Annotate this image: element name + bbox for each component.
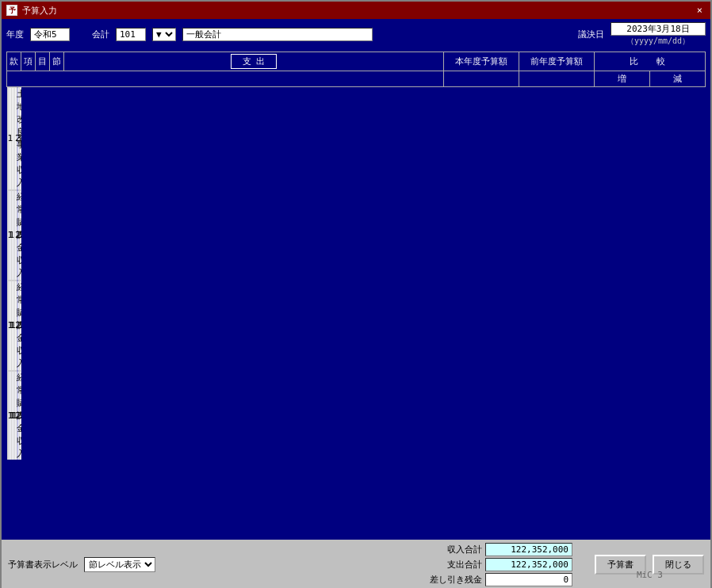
nendo-input[interactable] bbox=[30, 28, 70, 41]
shiDe-box: 支 出 bbox=[231, 54, 278, 69]
col-moku: 目 bbox=[36, 52, 50, 71]
nyukin-input[interactable] bbox=[485, 543, 572, 556]
table-row[interactable]: 11経常賦課金収入25,000,00027,782,000－2,782,000 bbox=[7, 190, 21, 281]
shiDe-row: 支出合計 bbox=[427, 558, 572, 571]
empty-subheader bbox=[7, 71, 444, 87]
col-gen: 減 bbox=[650, 71, 706, 87]
sashihiki-label: 差し引き残金 bbox=[427, 574, 482, 586]
level-select[interactable]: 節レベル表示 bbox=[84, 557, 155, 572]
giketsu-label: 議決日 bbox=[578, 29, 604, 40]
main-area: 年度 会計 ▼ 議決日 （yyyy/mm/dd） bbox=[2, 19, 710, 588]
table-header: 款 項 目 節 支 出 本年度予算額 前年度予算額 比 較 bbox=[7, 52, 706, 87]
empty-zennen-sub bbox=[519, 71, 595, 87]
col-kou: 項 bbox=[21, 52, 36, 71]
mic3-label: MiC 3 bbox=[637, 570, 663, 580]
header-row: 年度 会計 ▼ 議決日 （yyyy/mm/dd） bbox=[6, 22, 706, 47]
kaikei-name-input[interactable] bbox=[182, 28, 373, 41]
col-zou: 増 bbox=[595, 71, 650, 87]
app-icon: 予 bbox=[6, 5, 17, 16]
main-table: 款 項 目 節 支 出 本年度予算額 前年度予算額 比 較 bbox=[6, 52, 706, 460]
title-bar: 予 予算入力 × bbox=[2, 2, 710, 19]
level-label: 予算書表示レベル bbox=[8, 559, 78, 571]
col-kuan: 款 bbox=[7, 52, 21, 71]
footer-area: 予算書表示レベル 節レベル表示 収入合計 支出合計 差し引き残金 bbox=[2, 540, 710, 588]
col-hikaku: 比 較 bbox=[595, 52, 706, 71]
col-shiDe: 支 出 bbox=[64, 52, 444, 71]
sashihiki-input[interactable] bbox=[485, 573, 572, 586]
window-title: 予算入力 bbox=[22, 5, 57, 17]
blue-area: 年度 会計 ▼ 議決日 （yyyy/mm/dd） bbox=[2, 19, 710, 540]
empty-honnen-sub bbox=[444, 71, 519, 87]
nyukin-row: 収入合計 bbox=[427, 543, 572, 556]
table-row[interactable]: 111経常賦課金収入25,000,00027,782,000－2,782,000 bbox=[7, 281, 21, 371]
nyukin-label: 収入合計 bbox=[427, 544, 482, 556]
col-setsu: 節 bbox=[50, 52, 64, 71]
table-body: 1土地改良事業収入27,850,00030,920,000－3,570,0001… bbox=[7, 87, 21, 460]
kaikei-code-input[interactable] bbox=[116, 28, 146, 41]
nendo-label: 年度 bbox=[6, 29, 24, 40]
table-row[interactable]: 1111経常賦課金収入25,000,00027,782,000－2,782,00… bbox=[7, 371, 21, 460]
main-window: 予 予算入力 × 年度 会計 ▼ 議決日 （yyyy/mm/d bbox=[0, 0, 712, 588]
col-zennen: 前年度予算額 bbox=[519, 52, 595, 71]
shiDe-input[interactable] bbox=[485, 558, 572, 571]
sum-area: 収入合計 支出合計 差し引き残金 bbox=[427, 543, 572, 586]
date-hint: （yyyy/mm/dd） bbox=[626, 36, 690, 47]
col-honnen: 本年度予算額 bbox=[444, 52, 519, 71]
shiDe-label: 支出合計 bbox=[427, 559, 482, 571]
table-row[interactable]: 1土地改良事業収入27,850,00030,920,000－3,570,000 bbox=[7, 87, 21, 190]
kaikei-label: 会計 bbox=[92, 29, 109, 40]
giketsu-date-input[interactable] bbox=[611, 22, 706, 36]
kaikei-select[interactable]: ▼ bbox=[152, 28, 176, 41]
close-button[interactable]: × bbox=[694, 5, 706, 16]
sashihiki-row: 差し引き残金 bbox=[427, 573, 572, 586]
